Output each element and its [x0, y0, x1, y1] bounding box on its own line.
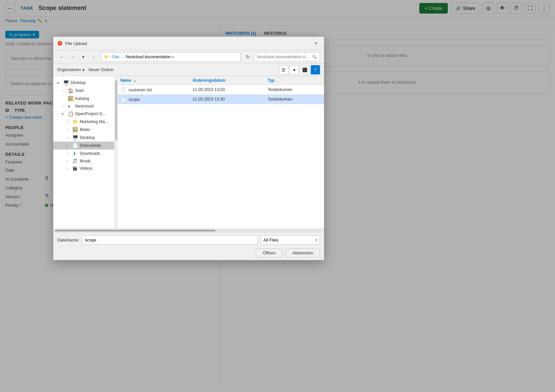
expand-arrow: › [67, 136, 71, 140]
file-modified-cell: 11.05.2023 13:30 [190, 95, 265, 104]
view-controls: ☰ ▾ ⬛ ? [279, 65, 320, 74]
path-bar[interactable]: 📁 › Dok... › Nextcloud documentation ▾ [101, 52, 241, 62]
sidebar-label: Marketing Ma... [80, 119, 108, 124]
expand-arrow: ▾ [57, 81, 62, 85]
open-button[interactable]: Öffnen [256, 248, 283, 257]
file-row[interactable]: 📄 customer list 11.05.2023 13:03 Textdok… [118, 85, 324, 95]
sidebar-item-openproject[interactable]: ▾ 📋 OpenProject G... [53, 110, 114, 118]
sidebar-container: ▾ 🖥️ Desktop › 🏠 Start 🖼️ Katalog › ● [53, 76, 118, 228]
expand-arrow: › [67, 144, 71, 148]
file-sidebar: ▾ 🖥️ Desktop › 🏠 Start 🖼️ Katalog › ● [53, 76, 115, 228]
sidebar-label: Katalog [75, 96, 89, 101]
dialog-close-button[interactable]: × [312, 39, 320, 47]
help-button[interactable]: ? [311, 65, 320, 74]
sidebar-item-videos[interactable]: › 🎬 Videos [53, 165, 114, 172]
resize-handle[interactable]: ⤡ [320, 256, 323, 259]
expand-arrow: › [67, 120, 71, 124]
sort-arrow: ▲ [133, 79, 136, 82]
file-type-cell: Textdokumen [265, 85, 324, 95]
sidebar-label: Start [75, 88, 84, 93]
path-current: Nextcloud documentation [126, 55, 170, 59]
col-type-header[interactable]: Typ [265, 76, 324, 85]
nav-back-button[interactable]: ← [57, 52, 67, 62]
dialog-bottom: Dateiname: All FilesText FilesDocuments … [53, 232, 324, 247]
dialog-title: File Upload [65, 41, 309, 46]
path-sep-2: › [123, 55, 125, 59]
file-name: scope [128, 97, 139, 102]
sidebar-scrollbar[interactable] [115, 76, 118, 228]
path-folder-icon: 📁 [104, 55, 109, 59]
sidebar-item-katalog[interactable]: 🖼️ Katalog [53, 95, 114, 103]
dialog-body: ▾ 🖥️ Desktop › 🏠 Start 🖼️ Katalog › ● [53, 76, 324, 228]
file-name: customer list [128, 88, 152, 92]
file-icon: 📄 [120, 97, 126, 102]
file-table-header-row: Name ▲ Änderungsdatum Typ [118, 76, 324, 85]
sidebar-item-musik[interactable]: › 🎵 Musik [53, 157, 114, 165]
filename-label: Dateiname: [57, 238, 79, 242]
scrollbar-thumb[interactable] [55, 230, 215, 232]
refresh-button[interactable]: ↻ [243, 52, 253, 62]
file-name-cell: 📄 scope [118, 95, 190, 104]
sidebar-scrollbar-thumb[interactable] [115, 80, 117, 140]
svg-point-2 [59, 43, 61, 44]
expand-arrow: › [67, 128, 71, 132]
file-list-area: Name ▲ Änderungsdatum Typ 📄 [118, 76, 324, 228]
expand-arrow: › [67, 159, 71, 163]
sidebar-label: Desktop [70, 80, 86, 85]
file-type-cell: Textdokumen [265, 95, 324, 104]
sidebar-label: Downloads [80, 151, 100, 156]
sidebar-item-downloads[interactable]: › ⬇ Downloads [53, 150, 114, 157]
list-view-button[interactable]: ☰ [279, 65, 288, 74]
filetype-wrapper: All FilesText FilesDocuments ▾ [260, 235, 320, 244]
cancel-button[interactable]: Abbrechen [285, 248, 320, 257]
search-input[interactable] [257, 55, 311, 59]
browser-favicon [57, 41, 63, 46]
path-dropdown-icon[interactable]: ▾ [172, 55, 174, 59]
filetype-select[interactable]: All FilesText FilesDocuments [260, 235, 320, 244]
sidebar-label: Desktop [80, 135, 95, 140]
dialog-toolbar: ← → ▾ ↑ 📁 › Dok... › Nextcloud documenta… [53, 50, 324, 64]
dialog-titlebar: File Upload × [53, 37, 324, 50]
sidebar-item-desktop-main[interactable]: ▾ 🖥️ Desktop [53, 79, 114, 87]
search-bar[interactable]: 🔍 [254, 52, 320, 62]
organize-button[interactable]: Organisieren ▾ [57, 67, 85, 72]
nav-up-button[interactable]: ↑ [89, 52, 98, 62]
nav-forward-button[interactable]: → [68, 52, 77, 62]
preview-button[interactable]: ⬛ [300, 65, 309, 74]
filename-input[interactable] [82, 235, 258, 244]
col-modified-header[interactable]: Änderungsdatum [190, 76, 265, 85]
scrollbar-track[interactable] [55, 230, 323, 232]
sidebar-item-desktop-sub[interactable]: › 🖥️ Desktop [53, 134, 114, 142]
sidebar-item-start[interactable]: › 🏠 Start [53, 87, 114, 95]
expand-arrow: › [67, 152, 71, 155]
sidebar-item-marketing[interactable]: › 📁 Marketing Ma... [53, 118, 114, 126]
sidebar-label: Bilder [80, 127, 90, 132]
sidebar-label: Dokumente [80, 143, 101, 148]
file-row[interactable]: 📄 scope 11.05.2023 13:30 Textdokumen [118, 95, 324, 104]
col-name-header[interactable]: Name ▲ [118, 76, 190, 85]
file-modified-cell: 11.05.2023 13:03 [190, 85, 265, 95]
horizontal-scrollbar[interactable] [53, 228, 324, 232]
expand-arrow: › [62, 105, 67, 108]
file-table: Name ▲ Änderungsdatum Typ 📄 [118, 76, 324, 104]
sidebar-label: Nextcloud [75, 104, 94, 109]
expand-arrow: ▾ [62, 112, 67, 116]
path-part-1[interactable]: Dok... [112, 55, 122, 59]
search-icon[interactable]: 🔍 [312, 55, 317, 59]
sidebar-item-dokumente[interactable]: › 📄 Dokumente [53, 142, 114, 150]
nav-dropdown-button[interactable]: ▾ [78, 52, 88, 62]
file-upload-dialog: File Upload × ← → ▾ ↑ 📁 › Dok... › Nextc… [53, 36, 324, 260]
path-sep-1: › [110, 55, 111, 59]
dialog-actions: Öffnen Abbrechen [53, 247, 324, 260]
file-icon: 📄 [120, 87, 126, 92]
view-dropdown-button[interactable]: ▾ [290, 65, 299, 74]
secondary-toolbar: Organisieren ▾ Neuer Ordner ☰ ▾ ⬛ ? [53, 64, 324, 76]
sidebar-label: OpenProject G... [75, 111, 106, 116]
filename-row: Dateiname: All FilesText FilesDocuments … [57, 235, 320, 244]
file-name-cell: 📄 customer list [118, 85, 190, 95]
organize-dropdown-icon: ▾ [82, 67, 85, 72]
expand-arrow: › [62, 89, 67, 93]
new-folder-button[interactable]: Neuer Ordner [89, 67, 114, 72]
sidebar-item-nextcloud[interactable]: › ● Nextcloud [53, 103, 114, 110]
sidebar-item-bilder[interactable]: › 🖼️ Bilder [53, 126, 114, 134]
